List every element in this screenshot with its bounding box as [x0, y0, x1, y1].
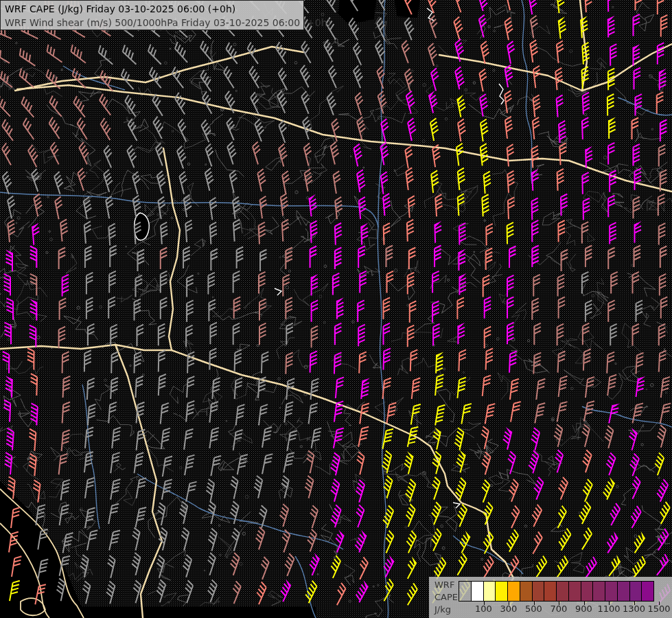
colorbar-cell [592, 581, 605, 602]
title-box: WRF CAPE (J/kg) Friday 03-10-2025 06:00 … [0, 0, 304, 30]
title-line-2: WRF Wind shear (m/s) 500/1000hPa Friday … [5, 16, 303, 30]
colorbar-cell [544, 581, 557, 602]
legend-product-line: CAPE [435, 591, 458, 604]
colorbar-cell [495, 581, 508, 602]
colorbar-cell [471, 581, 484, 602]
legend-product-line: J/kg [435, 604, 458, 616]
colorbar [459, 581, 654, 602]
colorbar-cell [507, 581, 520, 602]
colorbar-tick-label: 1500 [644, 604, 672, 614]
weather-map: WRF CAPE (J/kg) Friday 03-10-2025 06:00 … [0, 0, 672, 618]
colorbar-cell [483, 581, 496, 602]
colorbar-cell [568, 581, 581, 602]
colorbar-cell [581, 581, 594, 602]
colorbar-cell [617, 581, 630, 602]
colorbar-cell [520, 581, 533, 602]
colorbar-cell [605, 581, 618, 602]
colorbar-cell [556, 581, 569, 602]
legend-product-label: WRF CAPE J/kg [435, 579, 458, 616]
colorbar-cell [629, 581, 642, 602]
legend-box: WRF CAPE J/kg 10030050070090011001300150… [429, 577, 672, 618]
colorbar-cell [459, 581, 472, 602]
title-line-1: WRF CAPE (J/kg) Friday 03-10-2025 06:00 … [5, 2, 303, 16]
map-canvas [0, 0, 672, 618]
colorbar-cell [641, 581, 654, 602]
colorbar-cell [532, 581, 545, 602]
legend-product-line: WRF [435, 579, 458, 591]
